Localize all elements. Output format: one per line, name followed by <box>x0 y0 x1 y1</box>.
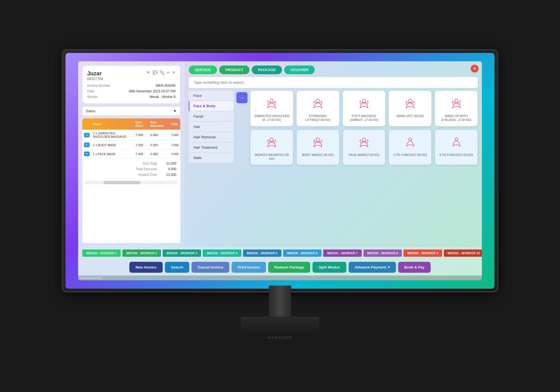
category-hair[interactable]: Hair <box>189 122 234 132</box>
product-name-10: 5 TO 8 PACKS(7.00 KD) <box>440 153 473 157</box>
catalog-area: Face Face & Body Facial Hair Hair Remova… <box>189 91 478 243</box>
edit-row-2-button[interactable]: ✏ <box>84 143 90 147</box>
tab-package[interactable]: PACKAGE <box>252 66 282 74</box>
edit-customer-icon[interactable]: ✏ <box>167 70 170 75</box>
product-card-5[interactable]: MAKE-UP WITH EYELASH...(7.00 KD) <box>435 91 478 126</box>
close-customer-icon[interactable]: ✕ <box>172 70 176 75</box>
svg-point-3 <box>409 99 412 102</box>
chevron-down-icon: ▼ <box>173 109 177 113</box>
worker-btn-7[interactable]: MERAK - WORKER 7 <box>323 249 361 257</box>
search-customer-icon[interactable]: 🔍 <box>160 70 164 75</box>
product-icon-9 <box>402 134 419 151</box>
product-card-4[interactable]: MAKE-UP(7.00 KD) <box>389 91 431 126</box>
worker-btn-9[interactable]: MERAK - WORKER 9 <box>403 249 442 257</box>
col-item-discount: Item Discount <box>149 118 169 130</box>
scroll-thumb <box>103 181 141 184</box>
cancel-invoice-button[interactable]: Cancel Invoice <box>192 262 229 273</box>
view-icon[interactable]: 👁 <box>146 70 150 75</box>
col-items: Items <box>91 118 134 130</box>
close-button[interactable]: ✕ <box>471 65 479 73</box>
category-face[interactable]: Face <box>189 91 234 101</box>
item-3-name: 1 x FACE MASK <box>91 150 134 158</box>
worker-btn-4[interactable]: MERAK - WORKER 4 <box>203 249 241 257</box>
split-worker-button[interactable]: Split Worker <box>312 262 346 273</box>
svg-point-1 <box>316 99 319 102</box>
product-name-8: FACE MASK(7.00 KD) <box>349 153 379 157</box>
category-face-body[interactable]: Face & Body <box>189 101 234 111</box>
product-name-5: MAKE-UP WITH EYELASH...(7.00 KD) <box>438 114 475 122</box>
table-row: ✏ 1 x BODY MASK 7.000 0.000 7.000 <box>82 141 180 150</box>
col-edit <box>82 118 91 130</box>
worker-btn-6[interactable]: MERAK - WORKER 6 <box>283 249 321 257</box>
invoice-number-label: Invoice Number <box>87 84 111 88</box>
tab-service[interactable]: SERVICE <box>189 66 217 74</box>
search-button[interactable]: Search <box>165 262 189 273</box>
product-card-3[interactable]: FOOT MASSAGE 15MINUT...(7.00 KD) <box>343 91 386 126</box>
product-card-2[interactable]: EYEBROWS LIFTING(7.00 KD) <box>297 91 339 126</box>
categories-sidebar: Face Face & Body Facial Hair Hair Remova… <box>189 91 234 243</box>
product-card-10[interactable]: 5 TO 8 PACKS(7.00 KD) <box>435 130 478 165</box>
status-text: javascript:void(0); <box>81 276 103 279</box>
worker-value: Merak - Worker 8 <box>150 95 176 99</box>
new-invoice-button[interactable]: New Invoice <box>129 262 163 273</box>
invoice-cost-value: 21.000 <box>162 173 176 177</box>
category-hair-treatment[interactable]: Hair Treatment <box>189 143 234 152</box>
product-card-7[interactable]: BODY MASK(7.00 KD) <box>297 130 339 165</box>
tab-product[interactable]: PRODUCT <box>219 66 249 74</box>
salon-dropdown[interactable]: Salon ▼ <box>82 106 180 116</box>
product-icon-4 <box>402 95 419 112</box>
customer-phone: 66327768 <box>87 77 103 81</box>
redeem-package-button[interactable]: Redeem Package <box>268 262 311 273</box>
advance-payment-button[interactable]: Advance Payment ▾ <box>349 262 396 273</box>
tab-voucher[interactable]: VOUCHER <box>284 66 315 74</box>
product-card-9[interactable]: 3 TO 4 PACKS(7.00 KD) <box>389 130 431 165</box>
worker-btn-5[interactable]: MERAK - WORKER 5 <box>243 249 281 257</box>
col-unit-price: Unit Price <box>134 118 149 130</box>
svg-point-9 <box>455 138 458 141</box>
worker-btn-1[interactable]: MERAK - WORKER 1 <box>82 249 121 257</box>
book-pay-button[interactable]: Book & Pay <box>398 262 431 273</box>
product-name-3: FOOT MASSAGE 15MINUT...(7.00 KD) <box>346 114 382 122</box>
worker-btn-2[interactable]: MERAK - WORKER 2 <box>122 249 161 257</box>
total-discount-label: Total Discount <box>136 167 157 171</box>
edit-row-3-button[interactable]: ✏ <box>84 151 90 156</box>
customer-name: Juzar <box>87 70 103 77</box>
search-input[interactable] <box>189 77 478 88</box>
nav-arrow-button[interactable]: → <box>236 92 248 103</box>
product-icon-5 <box>448 95 465 112</box>
category-nails[interactable]: Nails <box>189 153 234 163</box>
salon-dropdown-value: Salon <box>86 109 95 113</box>
product-name-2: EYEBROWS LIFTING(7.00 KD) <box>300 114 336 122</box>
item-2-price: 7.000 <box>134 141 149 150</box>
invoice-number-value: MER-000045 <box>156 84 176 88</box>
svg-point-2 <box>362 99 366 102</box>
svg-point-0 <box>270 99 273 102</box>
product-card-6[interactable]: MOROCCAN BATH(7.00 KD) <box>250 130 293 165</box>
item-3-discount: 0.000 <box>149 150 169 158</box>
scroll-bar[interactable] <box>85 181 178 184</box>
date-label: Date <box>87 89 94 93</box>
product-icon-6 <box>263 134 280 151</box>
arrow-right-icon: → <box>239 95 244 101</box>
worker-btn-3[interactable]: MERAK - WORKER 3 <box>163 249 201 257</box>
product-card-1[interactable]: 15MINUTES SHOULDER M...(7.00 KD) <box>250 91 293 126</box>
product-icon-2 <box>309 95 326 112</box>
category-hair-removal[interactable]: Hair Removal <box>189 132 234 142</box>
col-total: Total <box>169 118 180 130</box>
service-tabs: SERVICE PRODUCT PACKAGE VOUCHER <box>189 66 478 74</box>
monitor-brand: SAMSUNG <box>268 335 292 340</box>
product-grid-wrapper: 15MINUTES SHOULDER M...(7.00 KD) <box>250 91 478 243</box>
product-card-8[interactable]: FACE MASK(7.00 KD) <box>343 130 386 165</box>
sub-total-value: 21.000 <box>162 162 176 165</box>
left-panel: Juzar 66327768 👁 💬 🔍 ✏ ✕ <box>78 61 185 247</box>
sub-total-label: Sub Total <box>143 162 157 165</box>
category-facial[interactable]: Facial <box>189 111 234 121</box>
product-name-6: MOROCCAN BATH(7.00 KD) <box>253 153 290 161</box>
worker-btn-8[interactable]: MERAK - WORKER 8 <box>363 249 402 257</box>
worker-btn-10[interactable]: MERAK - WORKER 10 <box>444 249 482 257</box>
chat-icon[interactable]: 💬 <box>153 70 157 75</box>
product-name-9: 3 TO 4 PACKS(7.00 KD) <box>393 153 427 157</box>
edit-row-1-button[interactable]: ✏ <box>84 133 90 137</box>
print-invoice-button[interactable]: Print Invoice <box>232 262 266 273</box>
invoice-cost-label: Invoice Cost <box>138 173 157 177</box>
